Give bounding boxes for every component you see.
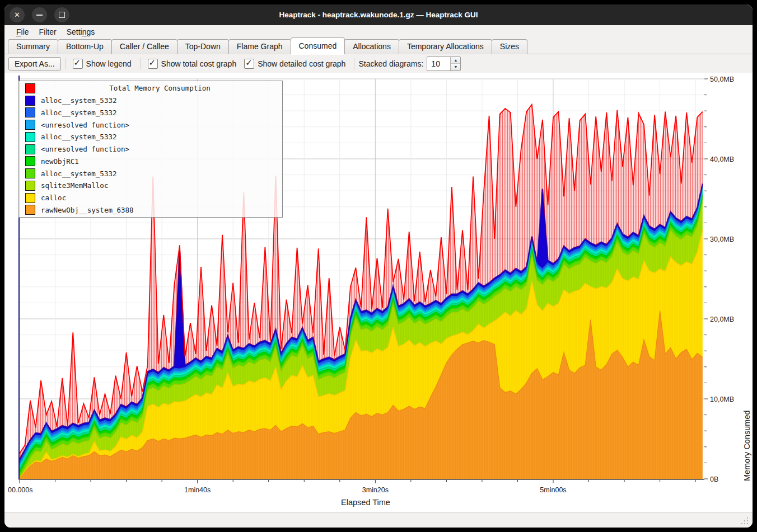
y-axis-title: Memory Consumed	[742, 73, 751, 481]
titlebar: ✕ Heaptrack - heaptrack.wakunode.1.gz — …	[4, 4, 753, 25]
checkbox-icon: ✓	[73, 59, 83, 69]
stacked-diagrams-spinbox[interactable]: 10 ▲ ▼	[427, 57, 461, 71]
x-tick-label: 5min00s	[540, 486, 566, 494]
legend-swatch-icon	[25, 181, 35, 191]
x-axis-title: Elapsed Time	[4, 498, 727, 507]
y-tick-label: 0B	[710, 475, 718, 483]
legend-label: calloc	[41, 194, 66, 202]
toolbar-separator	[140, 58, 141, 69]
legend-label: <unresolved function>	[41, 145, 129, 153]
legend-label: alloc__system_5332	[41, 133, 116, 141]
legend-item: alloc__system_5332	[22, 95, 279, 106]
tabbar: SummaryBottom-UpCaller / CalleeTop-DownF…	[4, 39, 753, 54]
export-as-button[interactable]: Export As...	[8, 57, 61, 70]
legend-label: sqlite3MemMalloc	[41, 181, 108, 190]
legend-swatch-icon	[25, 193, 35, 203]
y-tick-label: 50,0MB	[710, 76, 734, 83]
legend-label: alloc__system_5332	[41, 96, 116, 105]
legend-label: newObjRC1	[41, 157, 79, 166]
legend-label: alloc__system_5332	[41, 170, 116, 178]
show-legend-checkbox[interactable]: ✓ Show legend	[73, 59, 132, 69]
toolbar: Export As... ✓ Show legend ✓ Show total …	[4, 54, 753, 73]
legend-label: Total Memory Consumption	[41, 84, 279, 92]
legend-item: rawNewObj__system_6388	[22, 204, 279, 215]
spinbox-value[interactable]: 10	[427, 57, 450, 70]
tab-bottom-up[interactable]: Bottom-Up	[58, 39, 112, 54]
tab-flame-graph[interactable]: Flame Graph	[228, 39, 291, 54]
checkbox-label: Show detailed cost graph	[258, 59, 345, 68]
tab-allocations[interactable]: Allocations	[344, 39, 399, 54]
legend-swatch-icon	[25, 107, 35, 117]
legend-item: <unresolved function>	[22, 119, 279, 130]
window-title: Heaptrack - heaptrack.wakunode.1.gz — He…	[279, 11, 478, 19]
close-icon[interactable]: ✕	[10, 7, 25, 22]
legend-label: <unresolved function>	[41, 121, 129, 129]
resize-grip-icon[interactable]	[740, 516, 748, 524]
maximize-icon[interactable]	[54, 7, 69, 22]
legend-label: rawNewObj__system_6388	[41, 206, 134, 214]
x-tick-label: 1min40s	[184, 486, 211, 494]
legend-item: calloc	[22, 192, 279, 204]
legend-swatch-icon	[25, 156, 35, 166]
legend-item: Total Memory Consumption	[22, 83, 279, 94]
legend-swatch-icon	[25, 205, 35, 215]
chart-legend: Total Memory Consumptionalloc__system_53…	[18, 81, 283, 218]
x-tick-label: 3min20s	[362, 486, 389, 494]
legend-swatch-icon	[25, 96, 35, 106]
tab-caller-callee[interactable]: Caller / Callee	[111, 39, 177, 54]
legend-swatch-icon	[25, 120, 35, 130]
tab-sizes[interactable]: Sizes	[492, 39, 527, 54]
tab-consumed[interactable]: Consumed	[291, 37, 345, 54]
menu-file[interactable]: File	[11, 26, 34, 37]
toolbar-separator	[65, 58, 66, 69]
legend-item: sqlite3MemMalloc	[22, 180, 279, 191]
legend-item: alloc__system_5332	[22, 131, 279, 143]
tab-temporary-allocations[interactable]: Temporary Allocations	[399, 39, 492, 54]
memory-consumption-chart[interactable]: 0B10,0MB20,0MB30,0MB40,0MB50,0MB00.000s1…	[4, 73, 753, 512]
menu-filter[interactable]: Filter	[34, 26, 62, 37]
spin-down-icon[interactable]: ▼	[451, 64, 460, 70]
legend-swatch-icon	[25, 132, 35, 142]
y-tick-label: 40,0MB	[710, 156, 734, 163]
x-tick-label: 00.000s	[8, 486, 32, 494]
checkbox-label: Show total cost graph	[161, 59, 237, 68]
y-tick-label: 20,0MB	[710, 316, 734, 323]
menu-settings[interactable]: Settings	[62, 26, 100, 37]
legend-item: alloc__system_5332	[22, 168, 279, 179]
checkbox-icon: ✓	[148, 59, 158, 69]
minimize-icon[interactable]	[32, 7, 47, 22]
legend-swatch-icon	[25, 144, 35, 154]
show-detailed-cost-checkbox[interactable]: ✓ Show detailed cost graph	[244, 59, 345, 69]
window-bottom-strip	[4, 512, 753, 528]
spin-up-icon[interactable]: ▲	[451, 57, 460, 64]
toolbar-separator	[354, 58, 354, 69]
legend-label: alloc__system_5332	[41, 109, 116, 117]
y-tick-label: 30,0MB	[710, 236, 734, 243]
show-total-cost-checkbox[interactable]: ✓ Show total cost graph	[148, 59, 237, 69]
legend-swatch-icon	[25, 83, 35, 93]
checkbox-icon: ✓	[244, 59, 254, 69]
legend-swatch-icon	[25, 168, 35, 178]
legend-item: <unresolved function>	[22, 144, 279, 155]
tab-top-down[interactable]: Top-Down	[177, 39, 229, 54]
stacked-diagrams-label: Stacked diagrams:	[358, 59, 423, 68]
app-window: ✕ Heaptrack - heaptrack.wakunode.1.gz — …	[4, 4, 753, 528]
legend-item: alloc__system_5332	[22, 107, 279, 118]
y-tick-label: 10,0MB	[710, 396, 734, 403]
menubar: FileFilterSettings	[4, 25, 753, 39]
checkbox-label: Show legend	[86, 59, 132, 68]
legend-item: newObjRC1	[22, 156, 279, 167]
tab-summary[interactable]: Summary	[8, 39, 58, 54]
